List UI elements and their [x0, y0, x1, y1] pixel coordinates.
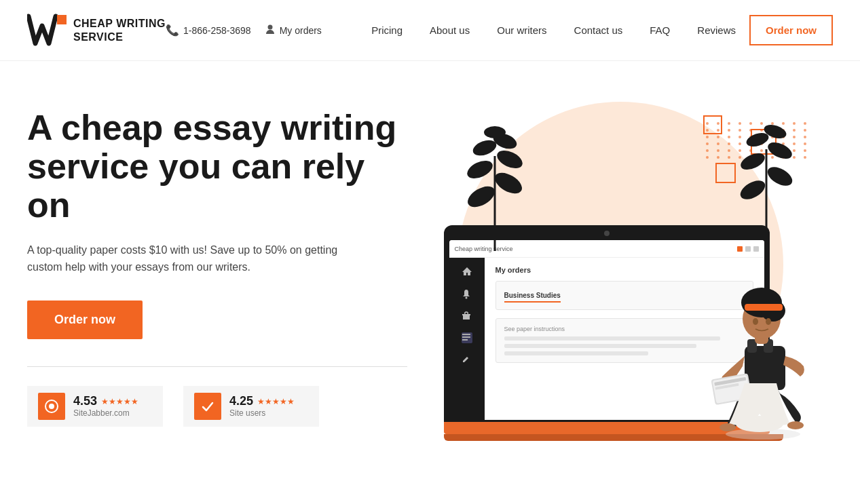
svg-rect-23 [462, 334, 470, 335]
svg-point-42 [719, 423, 736, 431]
svg-point-20 [465, 297, 467, 299]
nav-contact[interactable]: Contact us [561, 19, 637, 41]
logo[interactable]: CHEAP WRITING SERVICE [27, 14, 166, 47]
nav-pricing[interactable]: Pricing [358, 19, 416, 41]
nav-order-button[interactable]: Order now [749, 15, 833, 45]
illustration-container: Cheap writing service [424, 95, 817, 448]
hero-subtitle: A top-quality paper costs $10 with us! S… [27, 241, 339, 276]
logo-text: CHEAP WRITING SERVICE [73, 17, 166, 43]
svg-rect-22 [463, 315, 470, 319]
plant-left [461, 115, 529, 251]
geo-box-2 [715, 163, 736, 183]
logo-icon [27, 14, 68, 47]
svg-point-35 [766, 318, 771, 325]
siteusers-source: Site users [229, 408, 295, 418]
sidebar-gift-icon [462, 311, 472, 322]
svg-point-1 [267, 24, 272, 29]
rating-sitejabber: 4.53 ★★★★★ SiteJabber.com [27, 386, 163, 427]
sitejabber-info: 4.53 ★★★★★ SiteJabber.com [73, 394, 138, 418]
sitejabber-source: SiteJabber.com [73, 408, 138, 418]
screen-sidebar [449, 258, 485, 420]
sidebar-home-icon [460, 266, 474, 278]
plant-right [736, 109, 797, 244]
nav-faq[interactable]: FAQ [636, 19, 684, 41]
rating-siteusers: 4.25 ★★★★★ Site users [183, 386, 319, 427]
my-orders-label: My orders [280, 25, 322, 36]
my-orders-link[interactable]: My orders [265, 24, 322, 37]
phone-number: 1-866-258-3698 [183, 25, 251, 36]
phone-icon: 📞 [166, 24, 179, 37]
user-icon [265, 24, 276, 37]
line-1 [504, 336, 721, 341]
siteusers-score: 4.25 [229, 394, 253, 408]
svg-marker-19 [462, 267, 472, 275]
logo-line1: CHEAP WRITING [73, 17, 166, 30]
svg-rect-36 [745, 304, 783, 311]
svg-point-15 [738, 150, 767, 173]
person-illustration [698, 251, 817, 441]
siteusers-icon [194, 393, 221, 420]
main-nav: Pricing About us Our writers Contact us … [358, 15, 833, 45]
nav-reviews[interactable]: Reviews [684, 19, 749, 41]
utility-bar: 📞 1-866-258-3698 My orders [166, 24, 322, 37]
svg-point-5 [464, 182, 498, 212]
svg-point-34 [753, 318, 758, 325]
sidebar-edit-icon [462, 354, 472, 365]
svg-rect-25 [462, 339, 468, 341]
sitejabber-score: 4.53 [73, 394, 97, 408]
sitejabber-icon [38, 393, 65, 420]
hero-illustration: Cheap writing service [407, 95, 833, 448]
svg-rect-21 [462, 314, 470, 315]
hero-divider [27, 366, 407, 367]
hero-ratings: 4.53 ★★★★★ SiteJabber.com 4.25 ★★★★★ [27, 386, 407, 427]
svg-point-16 [765, 139, 794, 162]
line-2 [504, 344, 696, 348]
nav-about[interactable]: About us [416, 19, 483, 41]
hero-title: A cheap essay writing service you can re… [27, 109, 407, 225]
svg-rect-24 [462, 336, 470, 338]
svg-point-6 [491, 169, 525, 198]
sidebar-active-icon [462, 332, 472, 343]
nav-writers[interactable]: Our writers [483, 19, 560, 41]
siteusers-stars: ★★★★★ [257, 397, 295, 406]
svg-point-11 [484, 126, 506, 138]
svg-point-7 [464, 157, 496, 182]
siteusers-info: 4.25 ★★★★★ Site users [229, 394, 295, 418]
logo-line2: SERVICE [73, 31, 166, 43]
geo-box-4 [703, 115, 722, 134]
svg-point-43 [787, 421, 804, 429]
sidebar-bell-icon [462, 289, 472, 300]
svg-point-13 [737, 176, 768, 203]
sitejabber-stars: ★★★★★ [101, 397, 138, 406]
svg-point-3 [49, 404, 54, 409]
svg-rect-0 [57, 15, 67, 24]
svg-point-14 [764, 163, 796, 189]
hero-left: A cheap essay writing service you can re… [27, 95, 407, 427]
hero-cta-button[interactable]: Order now [27, 301, 143, 339]
line-3 [504, 351, 648, 355]
svg-point-8 [494, 147, 525, 172]
header: CHEAP WRITING SERVICE 📞 1-866-258-3698 M… [0, 0, 860, 61]
camera-dot [604, 231, 610, 236]
hero-section: A cheap essay writing service you can re… [0, 61, 860, 468]
screen-card-value: Business Studies [504, 292, 561, 303]
phone-area[interactable]: 📞 1-866-258-3698 [166, 24, 251, 37]
